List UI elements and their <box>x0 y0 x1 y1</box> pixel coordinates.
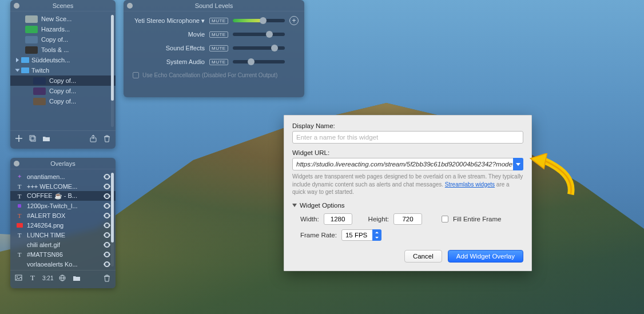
mute-button[interactable]: MUTE <box>209 59 228 65</box>
volume-slider[interactable] <box>233 60 285 63</box>
scene-item[interactable]: Hazards... <box>10 24 116 34</box>
overlay-label: onantiamen... <box>27 173 65 180</box>
new-folder-icon[interactable] <box>42 134 50 142</box>
visibility-toggle[interactable] <box>103 232 111 238</box>
cancel-button[interactable]: Cancel <box>404 250 442 263</box>
visibility-toggle[interactable] <box>103 203 111 209</box>
overlays-header: Overlays <box>10 158 116 169</box>
visibility-toggle[interactable] <box>103 193 111 199</box>
overlay-label: 1200px-Twitch_l... <box>27 202 78 209</box>
image-icon <box>16 223 23 228</box>
visibility-toggle[interactable] <box>103 242 111 248</box>
text-icon: T <box>16 193 23 200</box>
overlay-label: #MATTSN86 <box>27 251 63 258</box>
close-icon[interactable] <box>14 161 19 166</box>
volume-slider[interactable] <box>233 33 285 36</box>
streamlabs-link[interactable]: Streamlabs widgets <box>445 181 495 188</box>
scene-label: Copy of... <box>49 88 76 94</box>
text-add-icon[interactable]: T <box>29 274 37 282</box>
height-input[interactable] <box>393 213 422 225</box>
visibility-toggle[interactable] <box>103 213 111 218</box>
scene-label: Copy of... <box>41 36 68 43</box>
volume-knob[interactable] <box>266 31 273 38</box>
sound-source-label: Movie <box>129 31 205 38</box>
misc-icon: ✦ <box>16 173 23 180</box>
scene-item[interactable]: Copy of... <box>10 86 116 96</box>
svg-point-12 <box>106 263 108 265</box>
volume-slider[interactable] <box>233 46 285 50</box>
widget-url-input[interactable] <box>292 158 523 170</box>
add-source-button[interactable]: + <box>289 16 299 25</box>
duration-label: 3:21 <box>42 274 53 282</box>
volume-knob[interactable] <box>248 58 255 65</box>
overlay-item[interactable]: T#MATTSN86 <box>10 249 116 259</box>
globe-add-icon[interactable] <box>59 274 67 282</box>
overlay-item[interactable]: T#ALERT BOX <box>10 210 116 220</box>
overlay-item[interactable]: vorlaoealerts Ko... <box>10 259 116 269</box>
widget-url-dropdown[interactable] <box>513 158 523 170</box>
overlay-item[interactable]: ✦onantiamen... <box>10 172 116 181</box>
scene-folder[interactable]: Süddeutsch... <box>10 55 116 65</box>
scene-item[interactable]: Tools & ... <box>10 45 116 55</box>
mute-button[interactable]: MUTE <box>209 31 228 38</box>
sound-source-label: Yeti Stereo Microphone ▾ <box>129 17 205 25</box>
visibility-toggle[interactable] <box>103 252 111 257</box>
svg-rect-1 <box>31 137 35 141</box>
svg-point-14 <box>17 276 18 277</box>
svg-point-5 <box>106 195 108 197</box>
add-icon[interactable] <box>15 134 23 142</box>
text-icon: T <box>16 212 23 219</box>
volume-knob[interactable] <box>260 17 267 24</box>
overlay-item[interactable]: TLUNCH TIME <box>10 230 116 240</box>
disclosure-triangle-icon <box>292 204 297 207</box>
display-name-label: Display Name: <box>292 122 523 129</box>
trash-icon[interactable] <box>103 134 111 142</box>
scenes-scrollbar-thumb[interactable] <box>111 15 114 101</box>
mute-button[interactable]: MUTE <box>209 45 228 51</box>
scenes-list: New Sce...Hazards...Copy of...Tools & ..… <box>10 11 116 130</box>
scene-folder[interactable]: Twitch <box>10 65 116 75</box>
close-icon[interactable] <box>14 3 19 9</box>
volume-knob[interactable] <box>271 45 278 51</box>
svg-point-7 <box>106 214 108 216</box>
visibility-toggle[interactable] <box>103 222 111 228</box>
visibility-toggle[interactable] <box>103 184 111 189</box>
scene-item[interactable]: Copy of... <box>10 34 116 45</box>
scene-label: Hazards... <box>41 26 70 33</box>
overlay-item[interactable]: 1246264.png <box>10 220 116 230</box>
scene-item[interactable]: Copy of... <box>10 75 116 86</box>
visibility-toggle[interactable] <box>103 261 111 267</box>
overlay-label: #ALERT BOX <box>27 212 65 219</box>
scene-label: Copy of... <box>49 77 76 84</box>
widget-options-toggle[interactable]: Widget Options <box>292 202 523 209</box>
scenes-header: Scenes <box>10 0 116 11</box>
overlay-item[interactable]: 1200px-Twitch_l... <box>10 201 116 210</box>
duplicate-icon[interactable] <box>29 134 37 142</box>
fill-frame-checkbox[interactable] <box>442 216 448 222</box>
close-icon[interactable] <box>127 3 133 9</box>
new-folder-icon[interactable] <box>73 274 81 282</box>
scenes-panel: Scenes New Sce...Hazards...Copy of...Too… <box>10 0 116 149</box>
share-icon[interactable] <box>89 134 97 142</box>
scene-item[interactable]: New Sce... <box>10 14 116 24</box>
scene-item[interactable]: Copy of... <box>10 96 116 106</box>
mute-button[interactable]: MUTE <box>209 18 228 24</box>
overlays-title: Overlays <box>50 160 75 167</box>
overlay-item[interactable]: T+++ WELCOME... <box>10 181 116 191</box>
add-widget-button[interactable]: Add Widget Overlay <box>448 250 523 263</box>
visibility-toggle[interactable] <box>103 174 111 180</box>
svg-rect-0 <box>30 136 34 140</box>
overlay-item[interactable]: chili alert.gif <box>10 240 116 249</box>
display-name-input[interactable] <box>292 131 523 144</box>
volume-slider[interactable] <box>233 19 285 22</box>
trash-icon[interactable] <box>103 274 111 282</box>
scenes-toolbar <box>10 130 116 146</box>
echo-checkbox[interactable] <box>133 72 139 78</box>
folder-icon <box>21 57 29 63</box>
overlays-scrollbar-thumb[interactable] <box>111 173 114 243</box>
width-input[interactable] <box>324 213 352 225</box>
image-add-icon[interactable] <box>15 274 23 282</box>
framerate-stepper-icon[interactable] <box>372 229 381 241</box>
overlay-item[interactable]: TCOFFEE ☕ - B... <box>10 191 116 201</box>
scene-thumb <box>33 77 46 85</box>
